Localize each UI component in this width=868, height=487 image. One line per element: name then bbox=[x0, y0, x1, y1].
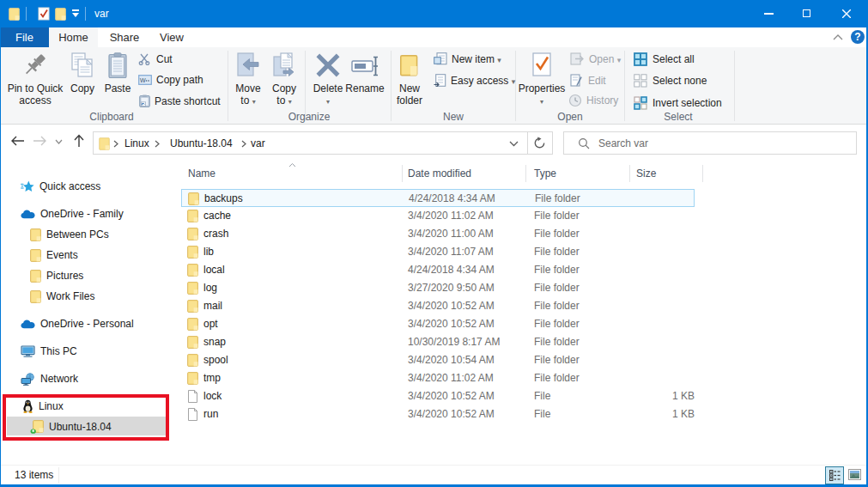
svg-text:W: W bbox=[140, 77, 146, 83]
